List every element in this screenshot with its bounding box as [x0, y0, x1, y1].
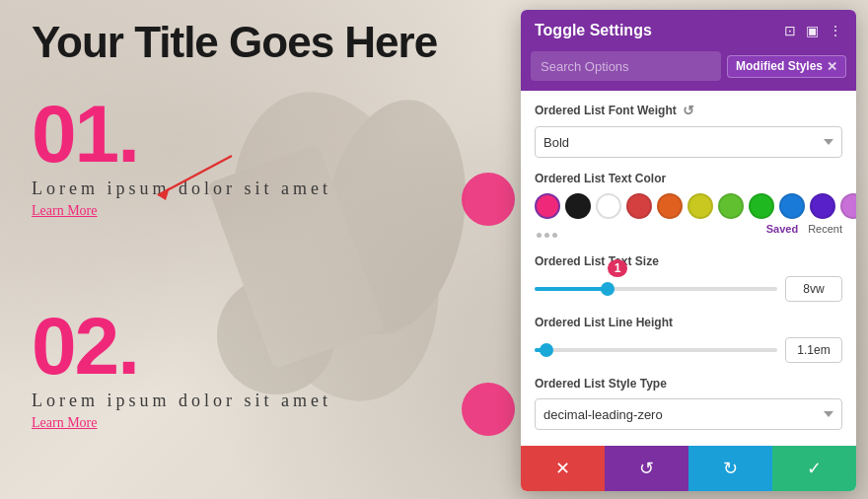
text-size-input[interactable] [785, 276, 842, 302]
more-icon[interactable]: ⋮ [829, 23, 842, 39]
split-icon[interactable]: ▣ [806, 23, 819, 39]
color-swatch-orange[interactable] [657, 193, 683, 219]
font-weight-label: Ordered List Font Weight ↺ [535, 103, 842, 118]
line-height-thumb[interactable] [540, 343, 553, 357]
modified-close-button[interactable]: ✕ [827, 59, 837, 74]
saved-recent-row: Saved Recent [766, 223, 842, 235]
color-swatch-green[interactable] [749, 193, 774, 219]
style-type-section: Ordered List Style Type decimal-leading-… [535, 377, 842, 434]
item-link-1[interactable]: Learn More [32, 203, 331, 219]
confirm-button[interactable]: ✓ [772, 446, 856, 491]
font-weight-reset-icon[interactable]: ↺ [683, 103, 694, 118]
line-height-input[interactable] [785, 337, 842, 363]
page-title: Your Title Goes Here [32, 18, 437, 67]
text-size-track[interactable]: 1 [535, 287, 777, 291]
text-color-label: Ordered List Text Color [535, 172, 842, 185]
search-input[interactable] [531, 51, 721, 81]
text-size-section: Ordered List Text Size 1 [535, 254, 842, 302]
color-swatch-red[interactable] [626, 193, 652, 219]
panel-header: Toggle Settings ⊡ ▣ ⋮ [521, 10, 856, 51]
arrow-decoration [138, 146, 237, 205]
panel-search-row: Modified Styles ✕ [521, 51, 856, 91]
panel-footer: ✕ ↺ ↻ ✓ [521, 446, 856, 491]
line-height-track[interactable] [535, 348, 777, 352]
modified-badge: Modified Styles ✕ [727, 55, 846, 78]
saved-label[interactable]: Saved [766, 223, 798, 235]
color-swatches-row [535, 193, 842, 219]
item-block-2: 02. Lorem ipsum dolor sit amet Learn Mor… [32, 306, 331, 431]
panel-header-icons: ⊡ ▣ ⋮ [784, 23, 842, 39]
settings-panel: Toggle Settings ⊡ ▣ ⋮ Modified Styles ✕ … [521, 10, 856, 491]
undo-button[interactable]: ↺ [605, 446, 688, 491]
color-swatch-light-green[interactable] [718, 193, 744, 219]
text-size-fill [535, 287, 608, 291]
text-color-section: Ordered List Text Color [535, 172, 842, 247]
cancel-button[interactable]: ✕ [521, 446, 605, 491]
modified-label: Modified Styles [736, 59, 823, 73]
text-size-label: Ordered List Text Size [535, 254, 842, 268]
pink-circle-1 [462, 173, 515, 226]
recent-label[interactable]: Recent [808, 223, 842, 235]
panel-body: Ordered List Font Weight ↺ Bold Normal 1… [521, 91, 856, 446]
line-height-slider-row [535, 337, 842, 363]
pink-circle-2 [462, 383, 515, 436]
color-swatch-white[interactable] [596, 193, 621, 219]
style-type-select[interactable]: decimal-leading-zero decimal disc circle… [535, 398, 842, 430]
color-swatch-blue[interactable] [779, 193, 805, 219]
line-height-label: Ordered List Line Height [535, 316, 842, 329]
color-swatch-yellow[interactable] [687, 193, 713, 219]
text-size-badge: 1 [608, 259, 628, 277]
item-text-2: Lorem ipsum dolor sit amet [32, 391, 331, 411]
style-type-label: Ordered List Style Type [535, 377, 842, 391]
line-height-section: Ordered List Line Height [535, 316, 842, 363]
item-number-2: 02. [32, 306, 331, 387]
panel-title: Toggle Settings [535, 22, 652, 39]
color-swatch-violet[interactable] [840, 193, 856, 219]
redo-button[interactable]: ↻ [688, 446, 772, 491]
color-swatch-indigo[interactable] [810, 193, 835, 219]
color-swatch-black[interactable] [565, 193, 591, 219]
item-link-2[interactable]: Learn More [32, 415, 331, 431]
color-swatch-pink[interactable] [535, 193, 560, 219]
expand-icon[interactable]: ⊡ [784, 23, 796, 39]
more-colors-dots[interactable] [535, 233, 557, 238]
font-weight-section: Ordered List Font Weight ↺ Bold Normal 1… [535, 103, 842, 172]
text-size-thumb[interactable] [601, 282, 615, 296]
text-size-slider-row: 1 [535, 276, 842, 302]
font-weight-select[interactable]: Bold Normal 100 200 300 400 500 600 700 … [535, 126, 842, 158]
